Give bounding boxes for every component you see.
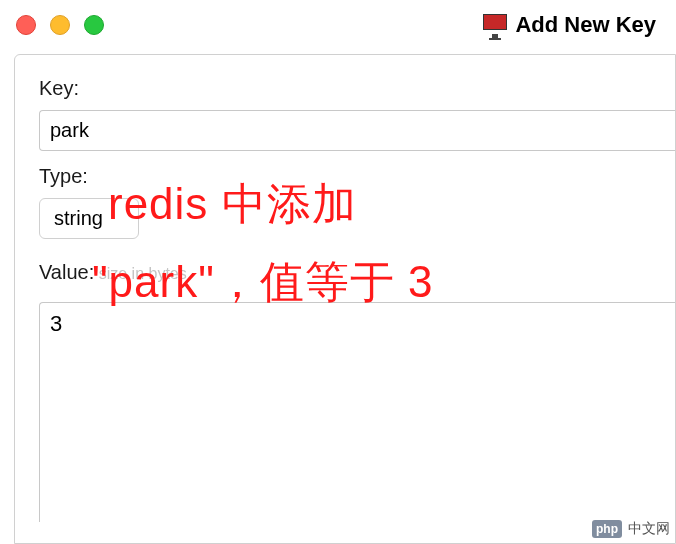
value-row: Value: size in bytes xyxy=(39,261,675,526)
window-title-wrap: Add New Key xyxy=(483,12,656,38)
value-hint: size in bytes xyxy=(99,265,187,282)
dialog-content: Key: Type: string Value: size in bytes xyxy=(14,54,676,544)
key-row: Key: xyxy=(39,77,675,151)
type-value: string xyxy=(54,207,103,229)
watermark-badge: php xyxy=(592,520,622,538)
watermark-text: 中文网 xyxy=(628,520,670,538)
maximize-icon[interactable] xyxy=(84,15,104,35)
close-icon[interactable] xyxy=(16,15,36,35)
type-select[interactable]: string xyxy=(39,198,139,239)
titlebar: Add New Key xyxy=(0,0,676,50)
watermark: php 中文网 xyxy=(592,520,670,538)
key-label: Key: xyxy=(39,77,675,100)
window-title: Add New Key xyxy=(515,12,656,38)
window-controls xyxy=(16,15,104,35)
key-input[interactable] xyxy=(39,110,675,151)
type-row: Type: string xyxy=(39,165,675,239)
redis-app-icon xyxy=(483,14,507,36)
minimize-icon[interactable] xyxy=(50,15,70,35)
value-textarea[interactable] xyxy=(39,302,675,522)
value-label: Value: xyxy=(39,261,94,284)
type-label: Type: xyxy=(39,165,675,188)
